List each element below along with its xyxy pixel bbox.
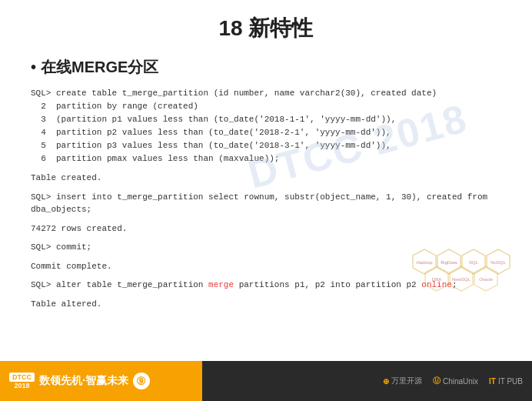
- code-block-3: SQL> commit;: [31, 241, 501, 254]
- logo1-icon: ⊕: [383, 377, 389, 386]
- footer: DTCC 2018 数领先机·智赢未来 ⑨ ⊕ 万里开源 Ⓤ ChinaUnix: [0, 361, 532, 401]
- code-block-2: SQL> insert into t_merge_partition selec…: [31, 191, 501, 216]
- bullet-icon: •: [31, 58, 36, 76]
- online-keyword: online: [421, 280, 452, 289]
- logo-chinaunix: Ⓤ ChinaUnix: [433, 376, 478, 386]
- code-suffix: ;: [452, 280, 457, 289]
- code-line-4: 4 partition p2 values less than (to_date…: [31, 128, 391, 137]
- code-line-2: 2 partition by range (created): [31, 102, 198, 111]
- dtcc-label: DTCC: [9, 373, 35, 382]
- logo-wanli: ⊕ 万里开源: [383, 376, 422, 386]
- code-prefix: SQL> alter table t_merge_partition: [31, 280, 208, 289]
- logo1-text: 万里开源: [391, 376, 422, 386]
- table-altered: Table altered.: [31, 298, 501, 311]
- table-created-1: Table created.: [31, 172, 501, 185]
- slide-container: 18 新特性 • 在线MERGE分区 SQL> create table t_m…: [0, 0, 532, 401]
- footer-right: ⊕ 万里开源 Ⓤ ChinaUnix IT IT PUB: [383, 376, 523, 386]
- tagline-text: 数领先机·智赢未来: [39, 374, 128, 388]
- section-label: 在线MERGE分区: [41, 57, 158, 78]
- code-line-5: 5 partition p3 values less than (to_date…: [31, 141, 391, 150]
- logo3-text: IT PUB: [498, 377, 523, 386]
- code-line-1: SQL> create table t_merge_partition (id …: [31, 89, 437, 98]
- footer-tagline: 数领先机·智赢未来 ⑨: [39, 373, 150, 389]
- code-block-1: SQL> create table t_merge_partition (id …: [31, 87, 501, 165]
- commit-complete: Commit complete.: [31, 260, 501, 273]
- logo2-icon: Ⓤ: [433, 376, 441, 386]
- logo-itpub: IT IT PUB: [489, 377, 523, 386]
- logo3-icon: IT: [489, 377, 496, 386]
- code-line-3: 3 (partition p1 values less than (to_dat…: [31, 115, 396, 124]
- footer-left: DTCC 2018 数领先机·智赢未来 ⑨: [9, 373, 224, 389]
- content-area: 18 新特性 • 在线MERGE分区 SQL> create table t_m…: [0, 0, 532, 361]
- gear-symbol: ⑨: [136, 375, 146, 387]
- code-middle: partitions p1, p2 into partition p2: [234, 280, 421, 289]
- rows-created: 74272 rows created.: [31, 222, 501, 236]
- code-line-6: 6 partition pmax values less than (maxva…: [31, 154, 279, 163]
- section-heading: • 在线MERGE分区: [31, 57, 501, 78]
- slide-title: 18 新特性: [31, 14, 501, 43]
- dtcc-branding: DTCC 2018 数领先机·智赢未来 ⑨: [9, 373, 150, 389]
- logo2-text: ChinaUnix: [443, 377, 478, 386]
- code-block-4: SQL> alter table t_merge_partition merge…: [31, 279, 501, 292]
- merge-keyword: merge: [208, 280, 234, 289]
- year-label: 2018: [14, 382, 29, 389]
- dtcc-label-group: DTCC 2018: [9, 373, 35, 389]
- gear-icon: ⑨: [133, 373, 150, 389]
